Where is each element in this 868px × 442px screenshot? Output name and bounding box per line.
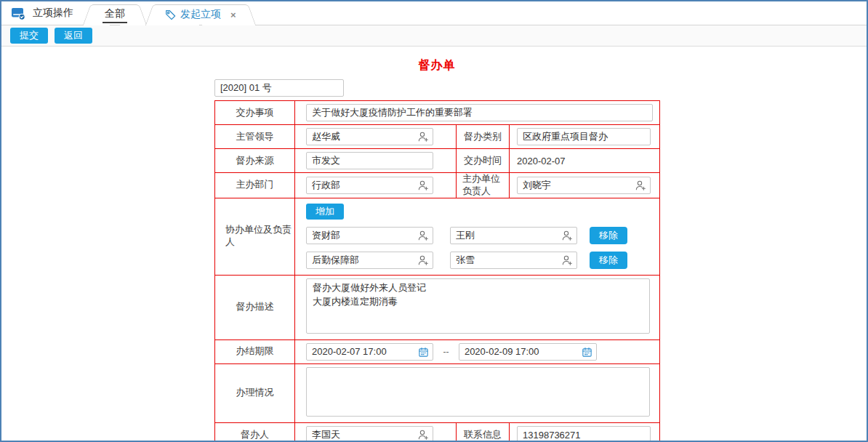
co-org-row: 移除 [306, 227, 659, 244]
back-button[interactable]: 返回 [55, 28, 92, 44]
submit-button[interactable]: 提交 [10, 28, 48, 44]
person-add-icon[interactable] [561, 230, 573, 244]
category-input[interactable] [517, 128, 651, 145]
deadline-label: 办结期限 [215, 339, 295, 363]
calendar-icon[interactable] [418, 347, 429, 361]
person-add-icon[interactable] [561, 254, 573, 269]
tab-all[interactable]: 全部 [92, 4, 137, 25]
supervisor-label: 督办人 [215, 422, 295, 442]
co-org-label: 协办单位及负责人 [215, 198, 295, 275]
remove-co-org-button[interactable]: 移除 [590, 252, 627, 269]
remove-co-org-button[interactable]: 移除 [590, 227, 627, 244]
person-add-icon[interactable] [417, 230, 429, 244]
source-input[interactable] [306, 152, 433, 169]
content-area: 督办单 交办事项 主管领导 [1, 47, 867, 442]
contact-input[interactable] [517, 426, 651, 442]
host-leader-label: 主办单位负责人 [457, 173, 510, 198]
supervisor-input[interactable] [306, 426, 433, 442]
progress-textarea[interactable] [306, 367, 650, 417]
assign-time-label: 交办时间 [457, 149, 510, 173]
person-add-icon[interactable] [635, 180, 646, 194]
co-org-unit-input[interactable] [306, 227, 433, 244]
add-co-org-button[interactable]: 增加 [306, 204, 344, 220]
app-title-area: 立项操作 [1, 1, 85, 25]
host-leader-input[interactable] [517, 177, 651, 194]
close-icon[interactable]: × [230, 10, 236, 20]
category-label: 督办类别 [457, 125, 510, 149]
assigned-matter-label: 交办事项 [215, 101, 295, 125]
lead-leader-label: 主管领导 [215, 125, 295, 149]
co-org-unit-input[interactable] [306, 252, 433, 269]
action-toolbar: 提交 返回 [1, 25, 867, 47]
description-textarea[interactable]: 督办大厦做好外来人员登记 大厦内楼道定期消毒 [306, 278, 650, 334]
assign-time-value: 2020-02-07 [517, 156, 566, 166]
supervision-form-table: 交办事项 主管领导 [214, 100, 660, 442]
calendar-icon[interactable] [582, 347, 592, 361]
host-dept-label: 主办部门 [215, 173, 295, 198]
app-document-check-icon [11, 7, 26, 20]
lead-leader-input[interactable] [306, 128, 433, 145]
progress-label: 办理情况 [215, 363, 295, 422]
tab-initiate-label: 发起立项 [180, 8, 221, 21]
person-add-icon[interactable] [417, 254, 429, 269]
page-title: 立项操作 [33, 7, 73, 20]
tab-strip: 全部 发起立项 × [85, 1, 257, 25]
person-add-icon[interactable] [417, 429, 429, 442]
host-dept-input[interactable] [306, 177, 433, 194]
description-label: 督办描述 [215, 275, 295, 339]
tab-bar: 立项操作 全部 发起立项 × [1, 1, 867, 25]
person-add-icon[interactable] [417, 131, 429, 145]
form-title: 督办单 [214, 58, 659, 73]
tab-initiate-project[interactable]: 发起立项 × [155, 4, 246, 25]
contact-label: 联系信息 [457, 422, 510, 442]
tag-icon [165, 9, 176, 20]
tab-all-label: 全部 [103, 7, 127, 23]
assigned-matter-input[interactable] [306, 104, 653, 121]
doc-number-input[interactable] [214, 79, 344, 97]
deadline-separator: -- [443, 347, 449, 357]
deadline-end-input[interactable] [459, 343, 597, 361]
co-org-person-input[interactable] [450, 252, 577, 269]
co-org-person-input[interactable] [450, 227, 577, 244]
source-label: 督办来源 [215, 149, 295, 173]
person-add-icon[interactable] [417, 180, 429, 194]
deadline-start-input[interactable] [306, 343, 433, 361]
co-org-row: 移除 [306, 252, 659, 269]
